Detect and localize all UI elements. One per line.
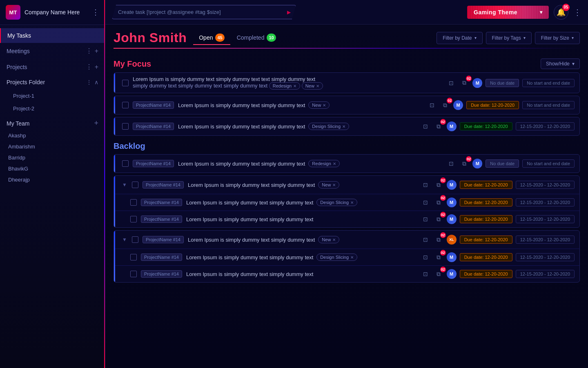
expand-icon[interactable]: ⊡ [421,252,430,262]
expand-icon[interactable]: ⊡ [421,121,430,131]
sidebar-item-label: Meetings [7,48,86,54]
task-checkbox[interactable] [122,123,129,130]
task-project-tag: ProjectName #14 [133,123,174,130]
task-tag-new[interactable]: New ✕ [308,101,330,109]
expand-icon[interactable]: ⊡ [421,235,430,245]
team-member-akashp[interactable]: Akashp [7,130,98,141]
filter-tags-button[interactable]: Filter by Tags ▾ [486,32,532,44]
team-member-barridp[interactable]: Barridp [7,152,98,163]
tab-completed[interactable]: Completed 10 [231,31,282,45]
task-checkbox[interactable] [122,102,129,108]
filter-size-button[interactable]: Filter by Size ▾ [535,32,580,44]
expand-icon[interactable]: ⊡ [421,180,430,190]
task-tag-design-slicing[interactable]: Design Slicing ✕ [316,254,357,261]
projects-folder-dots-icon[interactable]: ⋮ [86,79,92,85]
expand-subtasks-icon[interactable]: ▼ [122,182,128,188]
task-actions: ⊡ ⧉ 02 M Due date: 12-20-2020 12-15-2020… [421,197,575,207]
tag-close-icon[interactable]: ✕ [323,103,326,108]
task-checkbox[interactable] [122,160,129,167]
company-name-label: Company Name Here [24,9,92,16]
date-range-pill: 12-15-2020 - 12-20-2020 [516,236,575,244]
task-tag-new[interactable]: New ✕ [318,181,339,188]
sidebar-item-project-1[interactable]: Project-1 [0,90,105,102]
expand-subtasks-icon[interactable]: ▼ [122,237,128,242]
screenshot-icon: ⧉ [437,271,441,278]
sidebar-menu-icon[interactable]: ⋮ [92,8,99,17]
subtask-count-icon[interactable]: ⧉ 02 [434,252,443,262]
tag-close-icon[interactable]: ✕ [332,238,336,242]
task-tag-new[interactable]: New ✕ [302,82,323,90]
task-tag-design-slicing[interactable]: Design Slicing ✕ [316,199,357,206]
expand-icon[interactable]: ⊡ [421,214,430,224]
tag-close-icon[interactable]: ✕ [316,84,319,88]
show-hide-button[interactable]: Show/Hide ▾ [541,58,580,69]
subtask-count-icon[interactable]: ⧉ 02 [434,214,443,224]
task-checkbox[interactable] [130,199,137,206]
task-checkbox[interactable] [130,271,137,277]
expand-icon[interactable]: ⊡ [427,100,437,110]
subtask-count-icon[interactable]: ⧉ 02 [434,269,443,279]
create-task-box[interactable]: Create task [!project @assignee #tag $si… [112,5,296,19]
meetings-dots-icon[interactable]: ⋮ [86,47,92,55]
expand-icon[interactable]: ⊡ [421,269,430,279]
sidebar-item-projects[interactable]: Projects ⋮ + [0,59,105,75]
task-checkbox[interactable] [122,80,129,86]
projects-folder-header[interactable]: Projects Folder ⋮ ∧ [0,75,105,90]
task-tag-new[interactable]: New ✕ [318,236,339,243]
team-member-dheerajp[interactable]: Dheerajp [7,174,98,185]
expand-icon[interactable]: ⊡ [421,197,430,207]
tab-open[interactable]: Open 45 [193,31,230,45]
my-team-label: My Team [7,120,94,127]
task-row: Lorem Ipsum is simply dummy text simply … [114,73,579,93]
screenshot-icon: ⧉ [462,79,466,86]
task-checkbox[interactable] [130,216,137,222]
team-member-ambarishm[interactable]: Ambarishm [7,141,98,152]
task-checkbox[interactable] [130,254,137,260]
projects-dots-icon[interactable]: ⋮ [86,63,92,71]
topbar: Create task [!project @assignee #tag $si… [105,0,588,25]
team-member-bhavikG[interactable]: BhavikG [7,163,98,174]
meetings-plus-icon[interactable]: + [95,47,98,55]
subtask-count-icon[interactable]: ⧉ 02 [434,197,443,207]
sidebar-item-project-2[interactable]: Project-2 [0,102,105,115]
tag-close-icon[interactable]: ✕ [333,162,336,166]
task-card: ProjectName #14 Lorem Ipsum is simply du… [114,154,580,173]
subtask-count-icon[interactable]: ⧉ 02 [440,100,450,110]
sidebar-item-my-tasks[interactable]: My Tasks [0,28,105,43]
task-text-main: Lorem Ipsum is simply dummy text simply … [133,76,315,82]
projects-plus-icon[interactable]: + [95,63,98,71]
sidebar-item-meetings[interactable]: Meetings ⋮ + [0,43,105,59]
subtask-count-icon[interactable]: ⧉ 02 [434,180,443,190]
subtask-row: ProjectName #14 Lorem Ipsum is simply du… [114,249,579,265]
task-tag-design-slicing[interactable]: Design Slicing ✕ [308,123,349,130]
filter-date-button[interactable]: Filter by Date ▾ [437,32,482,44]
topbar-menu-icon[interactable]: ⋮ [573,7,581,17]
filter-size-chevron-icon: ▾ [572,36,574,40]
tag-close-icon[interactable]: ✕ [342,124,345,129]
task-tag-redesign[interactable]: Redesign ✕ [269,82,300,90]
task-tag-redesign[interactable]: Redesign ✕ [308,160,339,167]
task-row: ProjectName #14 Lorem Ipsum is simply du… [114,155,579,173]
subtask-count-icon[interactable]: ⧉ 02 [434,121,443,131]
expand-icon[interactable]: ⊡ [446,159,456,168]
gaming-theme-button[interactable]: Gaming Theme ▾ [467,6,549,19]
projects-folder-collapse-icon[interactable]: ∧ [94,79,98,85]
show-hide-chevron-icon: ▾ [572,61,575,67]
subtask-count-icon[interactable]: ⧉ 02 [459,78,469,88]
task-actions: ⊡ ⧉ 02 M No due date No start and end da… [446,159,575,168]
main-content: Create task [!project @assignee #tag $si… [105,0,588,368]
subtask-count-icon[interactable]: ⧉ 02 [459,159,469,168]
task-project-tag: ProjectName #14 [141,270,182,278]
task-actions: ⊡ ⧉ 02 M Due date: 12-20-2020 No start a… [427,100,575,110]
tag-close-icon[interactable]: ✕ [350,255,354,260]
notification-button[interactable]: 🔔 05 [554,5,568,20]
tag-close-icon[interactable]: ✕ [350,200,354,205]
subtask-count-icon[interactable]: ⧉ 02 [434,235,443,245]
task-checkbox[interactable] [132,236,138,243]
tag-close-icon[interactable]: ✕ [293,84,296,88]
expand-icon[interactable]: ⊡ [446,78,456,88]
meetings-actions: ⋮ + [86,47,98,55]
my-team-plus-button[interactable]: + [94,119,98,128]
task-checkbox[interactable] [132,182,138,188]
tag-close-icon[interactable]: ✕ [332,183,336,187]
